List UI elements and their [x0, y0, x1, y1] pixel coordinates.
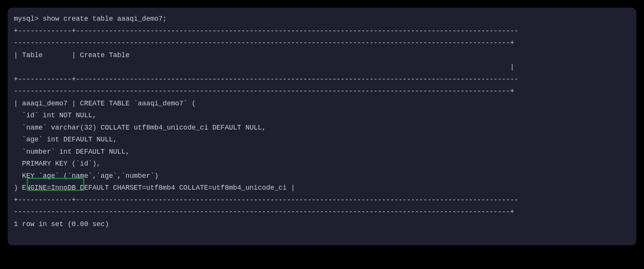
terminal-line: ----------------------------------------…	[14, 85, 630, 98]
terminal-line: PRIMARY KEY (`id`),	[14, 158, 630, 170]
terminal-line: `id` int NOT NULL,	[14, 110, 630, 122]
terminal-window[interactable]: mysql> show create table aaaqi_demo7; +-…	[8, 8, 636, 245]
terminal-line: ) ENGINE=InnoDB DEFAULT CHARSET=utf8mb4 …	[14, 182, 630, 194]
terminal-line: +-------------+-------------------------…	[14, 194, 630, 207]
terminal-line: | Table | Create Table	[14, 49, 630, 62]
terminal-line: 1 row in set (0.00 sec)	[14, 218, 630, 231]
terminal-line: ----------------------------------------…	[14, 206, 630, 218]
terminal-line: ----------------------------------------…	[14, 37, 630, 49]
terminal-line: `age` int DEFAULT NULL,	[14, 134, 630, 146]
terminal-line: +-------------+-------------------------…	[14, 74, 630, 86]
terminal-line: `number` int DEFAULT NULL,	[14, 146, 630, 158]
terminal-line: |	[14, 61, 630, 74]
terminal-line: `name` varchar(32) COLLATE utf8mb4_unico…	[14, 122, 630, 134]
terminal-line: mysql> show create table aaaqi_demo7;	[14, 13, 630, 25]
terminal-line: KEY `age` (`name`,`age`,`number`)	[14, 170, 630, 182]
terminal-line: +-------------+-------------------------…	[14, 25, 630, 38]
terminal-line: | aaaqi_demo7 | CREATE TABLE `aaaqi_demo…	[14, 98, 630, 110]
